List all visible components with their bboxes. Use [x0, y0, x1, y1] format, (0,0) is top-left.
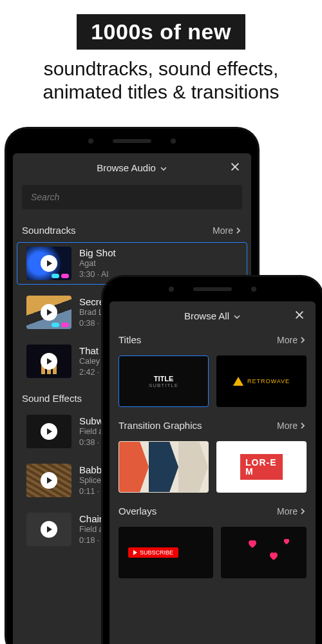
chevron-down-icon: [233, 310, 241, 321]
heart-icon: [268, 550, 279, 564]
transition-tile[interactable]: LOR-EM: [216, 441, 307, 493]
section-titles: Titles More: [109, 330, 316, 352]
transition-tile[interactable]: [118, 441, 209, 493]
play-icon[interactable]: [41, 255, 57, 272]
play-icon[interactable]: [41, 521, 57, 538]
title-tile[interactable]: RETROWAVE: [216, 355, 307, 407]
play-icon[interactable]: [41, 423, 57, 440]
overlay-tile[interactable]: [221, 527, 307, 578]
headline-subtext: soundtracks, sound effects, animated tit…: [0, 57, 322, 104]
more-titles[interactable]: More: [277, 335, 307, 345]
play-icon[interactable]: [41, 472, 57, 489]
overlay-tile[interactable]: SUBSCRIBE: [118, 527, 213, 578]
close-icon[interactable]: [229, 161, 242, 174]
assets-header[interactable]: Browse All: [109, 301, 316, 330]
track-thumbnail[interactable]: [26, 415, 71, 448]
phone-assets: Browse All Titles More TITLE SUBTITLE RE…: [103, 277, 322, 644]
chevron-down-icon: [160, 162, 167, 173]
headline-bar: 1000s of new: [77, 14, 245, 50]
heart-icon: [282, 537, 290, 547]
track-title: Big Shot: [79, 247, 116, 258]
more-transitions[interactable]: More: [277, 421, 307, 431]
audio-header-title: Browse Audio: [97, 162, 156, 173]
assets-header-title: Browse All: [184, 310, 229, 321]
title-tile[interactable]: TITLE SUBTITLE: [118, 355, 209, 407]
more-soundtracks[interactable]: More: [213, 225, 242, 236]
play-icon[interactable]: [41, 304, 57, 321]
heart-icon: [247, 538, 258, 551]
phone-bezel: [103, 277, 322, 301]
promo-headline: 1000s of new soundtracks, sound effects,…: [0, 0, 322, 104]
phone-bezel: [6, 129, 258, 153]
track-artist: Agat: [79, 258, 116, 269]
search-input[interactable]: Search: [22, 185, 242, 209]
triangle-icon: [233, 377, 243, 386]
track-thumbnail[interactable]: [26, 296, 71, 329]
section-soundtracks: Soundtracks More: [13, 221, 251, 242]
track-thumbnail[interactable]: [26, 464, 71, 497]
more-overlays[interactable]: More: [277, 506, 307, 516]
close-icon[interactable]: [294, 309, 307, 322]
section-transitions: Transition Graphics More: [109, 416, 316, 437]
track-thumbnail[interactable]: [26, 345, 71, 378]
play-icon[interactable]: [41, 353, 57, 370]
track-thumbnail[interactable]: [26, 247, 71, 280]
section-overlays: Overlays More: [109, 502, 316, 523]
track-thumbnail[interactable]: [26, 513, 71, 546]
audio-header[interactable]: Browse Audio: [13, 153, 251, 182]
